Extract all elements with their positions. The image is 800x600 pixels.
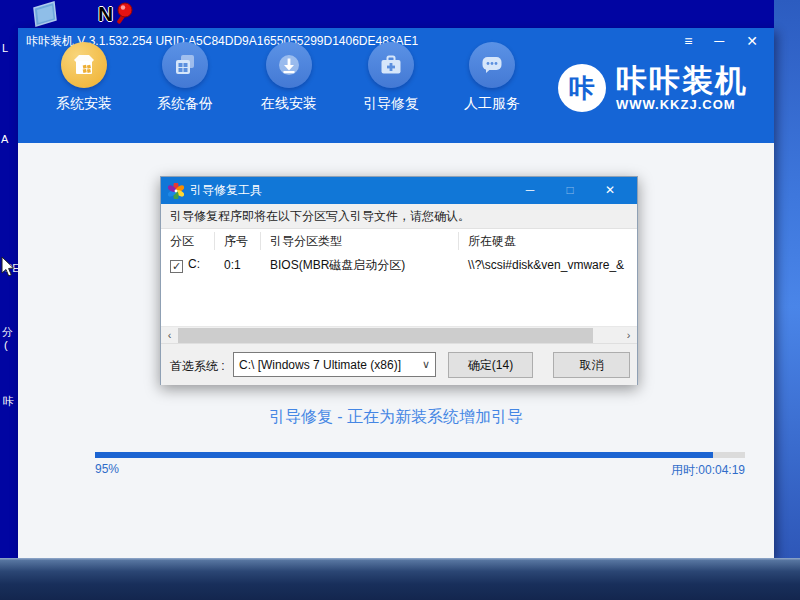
backup-icon [162, 42, 208, 88]
dialog-footer: 首选系统 : C:\ [Windows 7 Ultimate (x86)] ∨ … [161, 343, 637, 385]
table-header-row: 分区 序号 引导分区类型 所在硬盘 [161, 229, 637, 253]
app-header: 咔咔装机 V 3.1.532.254 URID:A5C84DD9A1655055… [18, 28, 774, 143]
boot-repair-dialog: 引导修复工具 ─ □ ✕ 引导修复程序即将在以下分区写入引导文件，请您确认。 分… [160, 176, 638, 385]
minimize-icon[interactable]: ─ [714, 28, 724, 55]
cell-partition: C: [188, 257, 200, 271]
nav-label: 引导修复 [353, 95, 429, 113]
close-icon[interactable]: ✕ [746, 28, 758, 55]
nav-label: 系统安装 [46, 95, 122, 113]
taskbar: 咔 [0, 558, 800, 600]
nav-label: 在线安装 [251, 95, 327, 113]
nav-item-online-install[interactable]: 在线安装 [251, 42, 327, 113]
dialog-close-icon[interactable]: ✕ [590, 177, 630, 204]
col-header-partition: 分区 [161, 232, 215, 250]
partition-table: 分区 序号 引导分区类型 所在硬盘 ✓C: 0:1 BIOS(MBR磁盘启动分区… [161, 229, 637, 326]
kaka-logo-icon: 咔 [558, 64, 606, 112]
dialog-title: 引导修复工具 [190, 182, 262, 199]
cell-type: BIOS(MBR磁盘启动分区) [261, 257, 459, 274]
mouse-cursor [1, 256, 15, 278]
nav-item-live-support[interactable]: 人工服务 [454, 42, 530, 113]
elapsed-time: 用时:00:04:19 [671, 462, 745, 479]
preferred-system-label: 首选系统 : [170, 358, 225, 375]
table-row[interactable]: ✓C: 0:1 BIOS(MBR磁盘启动分区) \\?\scsi#disk&ve… [161, 253, 637, 277]
red-key-glyph [113, 2, 135, 28]
cell-index: 0:1 [215, 258, 261, 272]
brand-url: WWW.KKZJ.COM [616, 97, 748, 112]
install-box-icon [61, 42, 107, 88]
desktop-wallpaper-right [774, 0, 800, 558]
scrollbar-thumb[interactable] [178, 328, 593, 343]
scroll-left-icon[interactable]: ‹ [161, 327, 178, 344]
status-text: 引导修复 - 正在为新装系统增加引导 [18, 407, 774, 428]
desktop-label-fragment: 分 [2, 325, 13, 340]
dialog-message: 引导修复程序即将在以下分区写入引导文件，请您确认。 [161, 204, 637, 229]
desktop-key-icon[interactable]: N [98, 2, 135, 28]
dialog-maximize-icon[interactable]: □ [550, 177, 590, 204]
nav-item-boot-repair[interactable]: 引导修复 [353, 42, 429, 113]
download-icon [266, 42, 312, 88]
horizontal-scrollbar[interactable]: ‹ › [161, 326, 637, 343]
col-header-index: 序号 [215, 232, 261, 250]
desktop-label-fragment: ( [4, 339, 8, 351]
brand-logo: 咔 咔咔装机 WWW.KKZJ.COM [558, 64, 748, 112]
scroll-right-icon[interactable]: › [620, 327, 637, 344]
col-header-disk: 所在硬盘 [459, 232, 637, 250]
col-header-type: 引导分区类型 [261, 232, 459, 250]
cell-disk: \\?\scsi#disk&ven_vmware_& [459, 258, 637, 272]
desktop-key-icon-label: N [98, 2, 113, 28]
desktop: { "desktop": { "fragments": ["L", "A", "… [0, 0, 800, 600]
preferred-system-select[interactable]: C:\ [Windows 7 Ultimate (x86)] ∨ [233, 352, 436, 377]
chat-icon [469, 42, 515, 88]
desktop-display-icon[interactable] [31, 1, 58, 31]
desktop-label-fragment: L [2, 42, 8, 54]
menu-icon[interactable]: ≡ [684, 28, 692, 55]
progress-bar-fill [95, 452, 713, 458]
selected-system-value: C:\ [Windows 7 Ultimate (x86)] [239, 358, 401, 372]
pinwheel-icon [168, 183, 184, 199]
nav-label: 人工服务 [454, 95, 530, 113]
progress-bar [95, 452, 745, 458]
nav-item-system-backup[interactable]: 系统备份 [147, 42, 223, 113]
repair-kit-icon [368, 42, 414, 88]
dialog-minimize-icon[interactable]: ─ [510, 177, 550, 204]
ok-button[interactable]: 确定(14) [448, 352, 533, 378]
dialog-titlebar[interactable]: 引导修复工具 ─ □ ✕ [161, 177, 637, 204]
desktop-label-fragment: 咔 [3, 394, 14, 409]
nav-label: 系统备份 [147, 95, 223, 113]
brand-name: 咔咔装机 [616, 65, 748, 97]
nav-item-system-install[interactable]: 系统安装 [46, 42, 122, 113]
partition-checkbox[interactable]: ✓ [170, 260, 183, 273]
cancel-button[interactable]: 取消 [553, 352, 630, 378]
progress-section: 95% 用时:00:04:19 [95, 452, 745, 479]
chevron-down-icon: ∨ [422, 358, 430, 371]
progress-percent: 95% [95, 462, 119, 479]
desktop-label-fragment: A [1, 133, 8, 145]
